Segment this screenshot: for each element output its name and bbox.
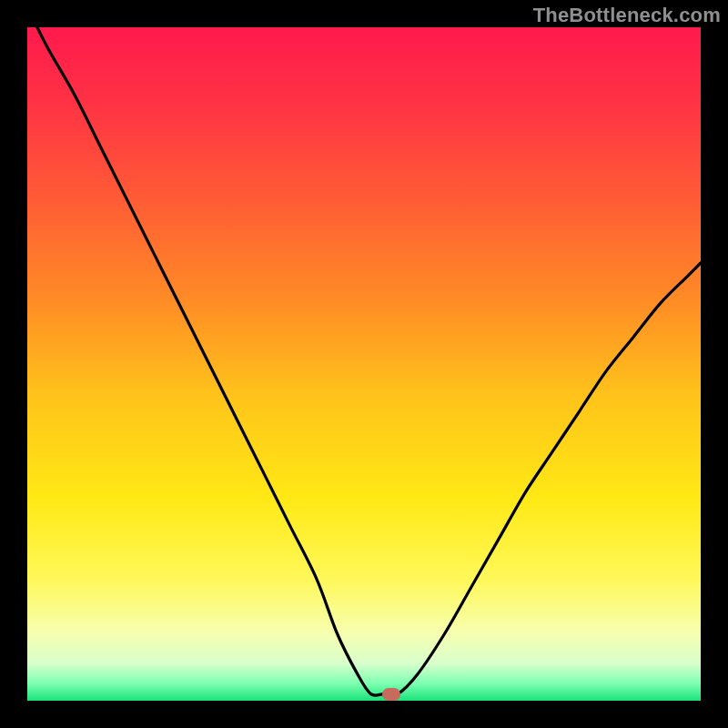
chart-frame: TheBottleneck.com xyxy=(0,0,728,728)
bottleneck-curve xyxy=(27,27,701,701)
watermark-text: TheBottleneck.com xyxy=(533,4,721,27)
plot-area xyxy=(27,27,701,701)
optimal-point-marker xyxy=(382,688,400,701)
